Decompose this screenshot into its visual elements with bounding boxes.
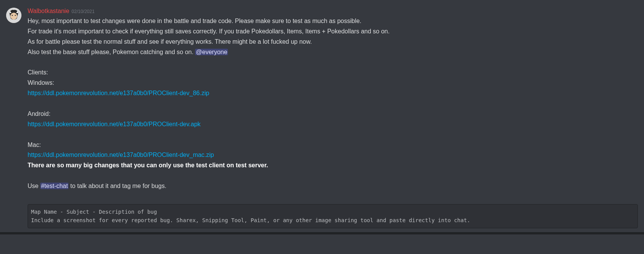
link-line: https://ddl.pokemonrevolution.net/e137a0… <box>28 88 638 99</box>
text-line: Use #test-chat to talk about it and tag … <box>28 181 638 191</box>
blank-line <box>28 58 638 68</box>
message-content: Walbotkastanie 02/10/2021 Hey, most impo… <box>28 7 638 228</box>
text-span: Use <box>28 183 40 189</box>
message-header: Walbotkastanie 02/10/2021 <box>28 7 638 15</box>
windows-download-link[interactable]: https://ddl.pokemonrevolution.net/e137a0… <box>28 90 209 96</box>
link-line: https://ddl.pokemonrevolution.net/e137a0… <box>28 119 638 130</box>
message-body: Hey, most important to test changes were… <box>28 16 638 228</box>
text-line: As for battle please test the normal stu… <box>28 37 638 47</box>
svg-point-2 <box>12 15 13 16</box>
text-line: Clients: <box>28 68 638 78</box>
text-line: Android: <box>28 109 638 119</box>
avatar-image <box>6 8 21 23</box>
text-line: Windows: <box>28 78 638 88</box>
text-line: Mac: <box>28 140 638 150</box>
bottom-bar <box>0 232 644 234</box>
everyone-mention[interactable]: @everyone <box>195 49 228 55</box>
mac-download-link[interactable]: https://ddl.pokemonrevolution.net/e137a0… <box>28 152 214 158</box>
channel-mention[interactable]: #test-chat <box>40 183 69 189</box>
bold-text: There are so many big changes that you c… <box>28 162 268 168</box>
text-span: Also test the base stuff please, Pokemon… <box>28 49 195 55</box>
blank-line <box>28 191 638 202</box>
text-line: Hey, most important to test changes were… <box>28 16 638 26</box>
timestamp: 02/10/2021 <box>72 8 95 15</box>
text-line: For trade it's most important to check i… <box>28 26 638 37</box>
blank-line <box>28 99 638 109</box>
blank-line <box>28 171 638 181</box>
link-line: https://ddl.pokemonrevolution.net/e137a0… <box>28 150 638 160</box>
text-line: Also test the base stuff please, Pokemon… <box>28 47 638 58</box>
blank-line <box>28 130 638 140</box>
android-download-link[interactable]: https://ddl.pokemonrevolution.net/e137a0… <box>28 121 201 127</box>
code-block: Map Name - Subject - Description of bug … <box>28 204 638 228</box>
svg-point-1 <box>10 13 17 20</box>
svg-point-3 <box>15 15 16 16</box>
bold-notice: There are so many big changes that you c… <box>28 160 638 171</box>
avatar-wrapper <box>6 8 21 228</box>
username[interactable]: Walbotkastanie <box>28 7 69 15</box>
text-span: to talk about it and tag me for bugs. <box>69 183 166 189</box>
avatar[interactable] <box>6 8 21 23</box>
message-container: Walbotkastanie 02/10/2021 Hey, most impo… <box>0 0 644 232</box>
